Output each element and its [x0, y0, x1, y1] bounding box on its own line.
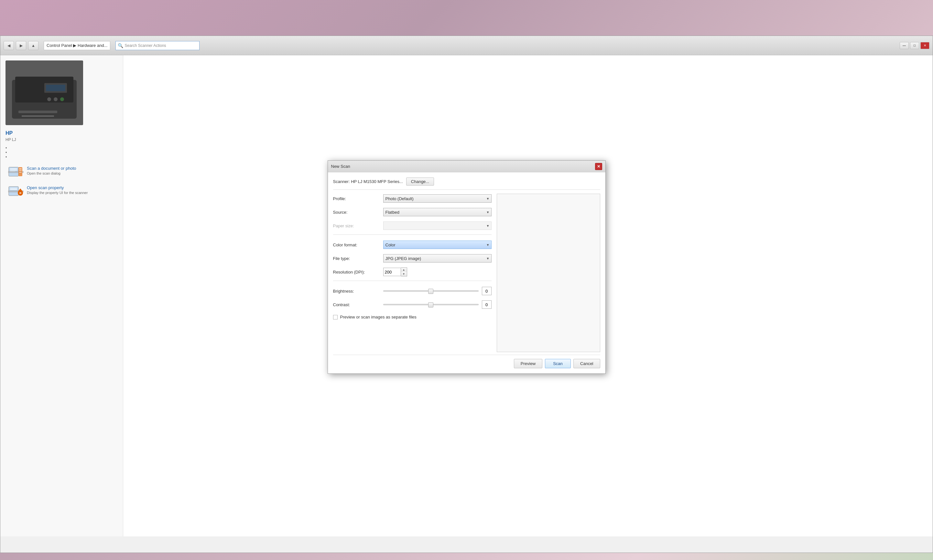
cancel-button[interactable]: Cancel	[573, 359, 600, 368]
scanner-info: Scanner: HP LJ M1530 MFP Series... Chang…	[333, 177, 600, 190]
form-separator	[333, 234, 491, 235]
form-separator-2	[333, 281, 491, 281]
dialog-form: Profile: Photo (Default) Documents Custo…	[333, 194, 491, 352]
brightness-row: Brightness: 0	[333, 286, 491, 296]
source-label: Source:	[333, 210, 383, 215]
profile-select-wrapper: Photo (Default) Documents Custom ▼	[383, 194, 491, 203]
file-type-label: File type:	[333, 256, 383, 261]
checkbox-label: Preview or scan images as separate files	[340, 315, 417, 320]
file-type-row: File type: JPG (JPEG image) BMP (Bitmap)…	[333, 254, 491, 263]
paper-size-label: Paper size:	[333, 223, 383, 228]
color-format-select-wrapper: Color Grayscale Black and White ▼	[383, 240, 491, 249]
brightness-label: Brightness:	[333, 289, 383, 294]
preview-area	[497, 194, 600, 352]
separate-files-checkbox[interactable]	[333, 315, 338, 320]
preview-button[interactable]: Preview	[514, 359, 542, 368]
source-row: Source: Flatbed Document Feeder Auto ▼	[333, 207, 491, 217]
brightness-slider[interactable]	[383, 290, 479, 292]
dialog-close-button[interactable]: ✕	[595, 163, 602, 170]
brightness-value: 0	[482, 287, 491, 295]
dialog-overlay: New Scan ✕ Scanner: HP LJ M1530 MFP Seri…	[0, 0, 933, 560]
resolution-increment-button[interactable]: ▲	[401, 268, 407, 272]
brightness-slider-thumb[interactable]	[428, 289, 433, 294]
color-format-label: Color format:	[333, 243, 383, 247]
profile-label: Profile:	[333, 196, 383, 201]
resolution-decrement-button[interactable]: ▼	[401, 272, 407, 276]
contrast-label: Contrast:	[333, 302, 383, 307]
scanner-name: Scanner: HP LJ M1530 MFP Series...	[333, 179, 403, 184]
paper-size-select	[383, 222, 491, 230]
color-format-row: Color format: Color Grayscale Black and …	[333, 240, 491, 249]
profile-row: Profile: Photo (Default) Documents Custo…	[333, 194, 491, 203]
resolution-spinner-wrapper: ▲ ▼	[383, 268, 491, 277]
dialog-titlebar: New Scan ✕	[328, 161, 605, 172]
paper-size-row: Paper size: ▼	[333, 221, 491, 231]
file-type-select[interactable]: JPG (JPEG image) BMP (Bitmap) PNG (Porta…	[383, 254, 491, 263]
contrast-slider[interactable]	[383, 304, 479, 305]
resolution-input[interactable]	[383, 268, 401, 276]
file-type-select-wrapper: JPG (JPEG image) BMP (Bitmap) PNG (Porta…	[383, 254, 491, 263]
contrast-value: 0	[482, 300, 491, 309]
paper-size-select-wrapper: ▼	[383, 222, 491, 230]
brightness-slider-wrapper: 0	[383, 287, 491, 295]
contrast-slider-wrapper: 0	[383, 300, 491, 309]
source-select-wrapper: Flatbed Document Feeder Auto ▼	[383, 208, 491, 216]
color-format-select[interactable]: Color Grayscale Black and White	[383, 240, 491, 249]
dialog-footer: Preview Scan Cancel	[333, 355, 600, 368]
dialog-title: New Scan	[331, 164, 350, 169]
new-scan-dialog: New Scan ✕ Scanner: HP LJ M1530 MFP Seri…	[328, 160, 606, 374]
checkbox-row: Preview or scan images as separate files	[333, 315, 491, 320]
contrast-row: Contrast: 0	[333, 300, 491, 309]
contrast-slider-thumb[interactable]	[428, 302, 433, 308]
scan-button[interactable]: Scan	[545, 359, 571, 368]
change-scanner-button[interactable]: Change...	[406, 177, 434, 186]
profile-select[interactable]: Photo (Default) Documents Custom	[383, 194, 491, 203]
resolution-label: Resolution (DPI):	[333, 270, 383, 274]
resolution-row: Resolution (DPI): ▲ ▼	[333, 267, 491, 277]
source-select[interactable]: Flatbed Document Feeder Auto	[383, 208, 491, 216]
resolution-spinner-buttons: ▲ ▼	[401, 268, 407, 277]
